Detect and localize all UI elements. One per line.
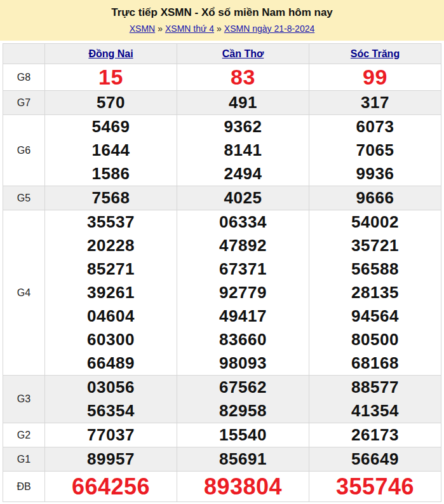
prize-numbers-col-1: 936281412494 <box>177 115 309 186</box>
prize-numbers-col-1: 6756282958 <box>177 376 309 423</box>
page-title: Trực tiếp XSMN - Xổ số miền Nam hôm nay <box>0 6 444 19</box>
lottery-number: 92779 <box>177 281 309 304</box>
prize-numbers-col-2: 54002357215658828135945648050068168 <box>309 210 441 376</box>
lottery-number: 98093 <box>177 351 309 375</box>
lottery-number: 60300 <box>45 328 177 351</box>
breadcrumb-link-xsmn[interactable]: XSMN <box>130 24 155 34</box>
prize-numbers-col-2: 56649 <box>309 447 441 472</box>
column-header-soc-trang: Sóc Trăng <box>309 44 441 64</box>
lottery-number: 49417 <box>177 304 309 328</box>
lottery-number: 56649 <box>309 447 441 471</box>
prize-label: G2 <box>3 423 45 447</box>
lottery-number: 47892 <box>177 234 309 257</box>
prize-label: G3 <box>3 376 45 423</box>
lottery-number: 893804 <box>177 472 309 501</box>
prize-label: G7 <box>3 91 45 115</box>
column-header-dong-nai: Đồng Nai <box>45 44 177 64</box>
prize-numbers-col-2: 355746 <box>309 472 441 502</box>
prize-numbers-col-2: 317 <box>309 91 441 115</box>
prize-numbers-col-0: 664256 <box>45 472 177 502</box>
lottery-number: 94564 <box>309 304 441 328</box>
lottery-number: 1586 <box>45 162 177 186</box>
lottery-number: 77037 <box>45 423 177 447</box>
lottery-number: 20228 <box>45 234 177 257</box>
lottery-number: 80500 <box>309 328 441 351</box>
prize-row-G5: G5756840259666 <box>3 186 441 210</box>
lottery-number: 54002 <box>309 210 441 234</box>
prize-numbers-col-1: 491 <box>177 91 309 115</box>
lottery-number: 317 <box>309 91 441 114</box>
lottery-number: 39261 <box>45 281 177 304</box>
lottery-number: 2494 <box>177 162 309 186</box>
prize-numbers-col-1: 15540 <box>177 423 309 447</box>
prize-numbers-col-1: 4025 <box>177 186 309 210</box>
lottery-number: 56588 <box>309 257 441 281</box>
prize-row-G8: G8158399 <box>3 64 441 91</box>
prize-label: G6 <box>3 115 45 186</box>
lottery-number: 83 <box>177 64 309 90</box>
lottery-number: 56354 <box>45 399 177 423</box>
prize-row-ĐB: ĐB664256893804355746 <box>3 472 441 502</box>
prize-numbers-col-0: 0305656354 <box>45 376 177 423</box>
province-link-can-tho[interactable]: Cần Thơ <box>222 48 264 59</box>
prize-row-G1: G1899578569156649 <box>3 447 441 472</box>
lottery-number: 6073 <box>309 115 441 139</box>
prize-label: G1 <box>3 447 45 472</box>
prize-numbers-col-0: 546916441586 <box>45 115 177 186</box>
prize-row-G7: G7570491317 <box>3 91 441 115</box>
column-header-can-tho: Cần Thơ <box>177 44 309 64</box>
breadcrumb: XSMN»XSMN thứ 4»XSMN ngày 21-8-2024 <box>0 23 444 34</box>
lottery-number: 9936 <box>309 162 441 186</box>
lottery-number: 03056 <box>45 376 177 399</box>
lottery-number: 67562 <box>177 376 309 399</box>
lottery-number: 355746 <box>309 472 441 501</box>
prize-numbers-col-2: 99 <box>309 64 441 91</box>
lottery-number: 9362 <box>177 115 309 139</box>
prize-label: G4 <box>3 210 45 376</box>
prize-numbers-col-0: 77037 <box>45 423 177 447</box>
lottery-number: 35721 <box>309 234 441 257</box>
lottery-number: 66489 <box>45 351 177 375</box>
breadcrumb-link-xsmn-ngay[interactable]: XSMN ngày 21-8-2024 <box>224 24 314 34</box>
breadcrumb-link-xsmn-thu-4[interactable]: XSMN thứ 4 <box>165 24 214 34</box>
prize-label: G5 <box>3 186 45 210</box>
lottery-number: 15540 <box>177 423 309 447</box>
lottery-number: 1644 <box>45 139 177 162</box>
breadcrumb-separator: » <box>217 24 222 34</box>
prize-numbers-col-2: 9666 <box>309 186 441 210</box>
province-link-dong-nai[interactable]: Đồng Nai <box>88 48 133 59</box>
lottery-number: 7568 <box>45 186 177 210</box>
lottery-number: 8141 <box>177 139 309 162</box>
prize-numbers-col-2: 8857741354 <box>309 376 441 423</box>
lottery-number: 491 <box>177 91 309 114</box>
lottery-number: 570 <box>45 91 177 114</box>
results-table: Đồng Nai Cần Thơ Sóc Trăng G8158399G7570… <box>3 43 441 502</box>
breadcrumb-separator: » <box>158 24 163 34</box>
lottery-number: 664256 <box>45 472 177 501</box>
prize-row-G4: G435537202288527139261046046030066489063… <box>3 210 441 376</box>
prize-numbers-col-0: 35537202288527139261046046030066489 <box>45 210 177 376</box>
header-band: Trực tiếp XSMN - Xổ số miền Nam hôm nay … <box>0 0 444 41</box>
prize-numbers-col-1: 85691 <box>177 447 309 472</box>
lottery-number: 15 <box>45 64 177 90</box>
lottery-number: 85271 <box>45 257 177 281</box>
column-header-row: Đồng Nai Cần Thơ Sóc Trăng <box>3 44 441 64</box>
lottery-number: 04604 <box>45 304 177 328</box>
prize-numbers-col-2: 26173 <box>309 423 441 447</box>
prize-label-column-header <box>3 44 45 64</box>
lottery-number: 28135 <box>309 281 441 304</box>
lottery-number: 88577 <box>309 376 441 399</box>
prize-label: ĐB <box>3 472 45 502</box>
lottery-number: 41354 <box>309 399 441 423</box>
lottery-number: 85691 <box>177 447 309 471</box>
prize-row-G6: G6546916441586936281412494607370659936 <box>3 115 441 186</box>
prize-label: G8 <box>3 64 45 91</box>
lottery-number: 9666 <box>309 186 441 210</box>
lottery-number: 5469 <box>45 115 177 139</box>
prize-numbers-col-1: 83 <box>177 64 309 91</box>
lottery-number: 83660 <box>177 328 309 351</box>
prize-row-G2: G2770371554026173 <box>3 423 441 447</box>
province-link-soc-trang[interactable]: Sóc Trăng <box>351 48 400 59</box>
prize-numbers-col-1: 06334478926737192779494178366098093 <box>177 210 309 376</box>
prize-numbers-col-0: 15 <box>45 64 177 91</box>
